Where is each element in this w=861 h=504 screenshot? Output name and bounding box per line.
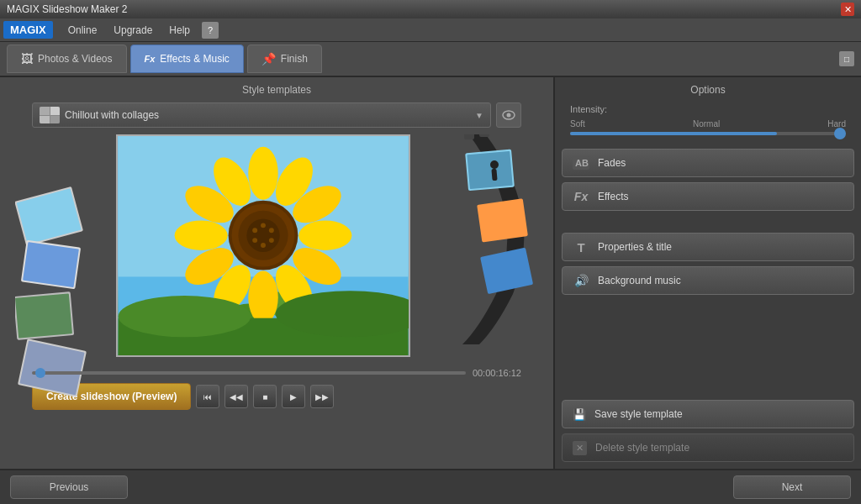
intensity-soft-label: Soft: [570, 119, 585, 129]
restore-button[interactable]: □: [839, 51, 854, 66]
dropdown-arrow-icon: ▼: [475, 111, 483, 120]
save-delete-row: 💾 Save style template ✕ Delete style tem…: [562, 400, 854, 462]
save-icon: 💾: [573, 408, 586, 421]
preview-area: [32, 134, 521, 361]
svg-rect-6: [15, 291, 74, 340]
effects-button[interactable]: Fx Effects: [562, 182, 854, 211]
intensity-hard-label: Hard: [827, 119, 846, 129]
playback-area: 00:00:16:12 Create slideshow (Preview) ⏮…: [32, 368, 521, 410]
svg-rect-44: [480, 248, 533, 294]
svg-point-46: [490, 160, 499, 170]
style-dropdown-label: Chillout with collages: [65, 109, 159, 121]
intensity-thumb[interactable]: [834, 128, 846, 139]
preview-image: [116, 134, 410, 357]
svg-rect-5: [23, 242, 79, 287]
eye-preview-button[interactable]: [496, 102, 521, 128]
effects-icon: Fx: [573, 190, 589, 203]
background-music-button[interactable]: 🔊 Background music: [562, 266, 854, 295]
transport-rewind[interactable]: ◀◀: [224, 385, 248, 408]
style-templates-title: Style templates: [7, 84, 547, 96]
title-bar-text: MAGIX Slideshow Maker 2: [7, 3, 127, 15]
tab-bar: 🖼 Photos & Videos Fx Effects & Music 📌 F…: [0, 42, 861, 77]
right-panel: Options Intensity: Soft Normal Hard AB F…: [555, 77, 861, 469]
menu-bar: MAGIX Online Upgrade Help ?: [0, 18, 861, 42]
svg-point-36: [252, 228, 257, 233]
svg-point-31: [261, 223, 266, 228]
style-icon: [40, 107, 60, 123]
tab-finish[interactable]: 📌 Finish: [247, 45, 322, 73]
intensity-slider[interactable]: [570, 132, 846, 135]
svg-point-35: [252, 238, 257, 243]
svg-rect-47: [491, 169, 497, 181]
fades-button[interactable]: AB Fades: [562, 149, 854, 177]
svg-point-33: [269, 238, 274, 243]
properties-title-button[interactable]: T Properties & title: [562, 233, 854, 261]
intensity-label: Intensity:: [570, 104, 846, 114]
background-music-label: Background music: [598, 275, 681, 286]
effects-label: Effects: [598, 191, 628, 202]
svg-rect-4: [21, 240, 81, 290]
transport-play[interactable]: ▶: [282, 385, 305, 408]
progress-thumb[interactable]: [35, 368, 45, 378]
svg-point-15: [248, 147, 277, 200]
effects-tab-icon: Fx: [145, 54, 156, 64]
properties-icon: T: [573, 240, 589, 255]
next-button[interactable]: Next: [733, 475, 851, 499]
transport-fast-forward[interactable]: ▶▶: [310, 385, 334, 408]
time-display: 00:00:16:12: [473, 368, 521, 378]
svg-point-24: [175, 220, 228, 249]
options-title: Options: [562, 84, 854, 96]
delete-label: Delete style template: [595, 442, 689, 454]
svg-rect-40: [464, 134, 474, 139]
fades-icon: AB: [573, 156, 589, 170]
eye-icon: [502, 110, 515, 120]
svg-rect-42: [465, 150, 515, 192]
intensity-fill: [570, 132, 777, 135]
save-style-button[interactable]: 💾 Save style template: [562, 400, 854, 428]
bottom-bar: Previous Next: [0, 469, 861, 504]
tab-finish-label: Finish: [281, 53, 308, 65]
controls-row: Create slideshow (Preview) ⏮ ◀◀ ■ ▶ ▶▶: [32, 383, 521, 410]
menu-help[interactable]: Help: [161, 21, 198, 39]
style-dropdown[interactable]: Chillout with collages ▼: [32, 102, 491, 128]
svg-point-18: [298, 220, 351, 249]
svg-rect-43: [477, 198, 528, 242]
help-icon[interactable]: ?: [202, 22, 219, 39]
previous-button[interactable]: Previous: [10, 475, 128, 499]
properties-label: Properties & title: [598, 241, 672, 253]
main-content: Style templates Chillout with collages ▼: [0, 77, 861, 469]
style-selector-row: Chillout with collages ▼: [7, 102, 547, 128]
menu-online[interactable]: Online: [60, 21, 106, 39]
left-panel: Style templates Chillout with collages ▼: [0, 77, 555, 469]
progress-bar-row: 00:00:16:12: [32, 368, 521, 378]
svg-rect-3: [17, 188, 82, 244]
intensity-labels-row: Soft Normal Hard: [570, 119, 846, 129]
svg-rect-45: [467, 151, 512, 189]
menu-upgrade[interactable]: Upgrade: [105, 21, 161, 39]
close-button[interactable]: ✕: [841, 3, 854, 16]
magix-logo: MAGIX: [3, 21, 53, 39]
delete-style-button[interactable]: ✕ Delete style template: [562, 433, 854, 462]
svg-point-34: [261, 243, 266, 248]
transport-stop[interactable]: ■: [253, 385, 277, 408]
intensity-section: Intensity: Soft Normal Hard: [562, 104, 854, 135]
svg-rect-41: [479, 134, 489, 137]
tab-photos-label: Photos & Videos: [38, 53, 113, 65]
photos-tab-icon: 🖼: [21, 52, 33, 66]
intensity-normal-label: Normal: [693, 119, 720, 129]
tab-effects-label: Effects & Music: [160, 53, 229, 65]
tab-effects-music[interactable]: Fx Effects & Music: [130, 45, 244, 73]
progress-track[interactable]: [32, 371, 466, 375]
music-icon: 🔊: [573, 274, 589, 287]
title-bar: MAGIX Slideshow Maker 2 ✕: [0, 0, 861, 18]
svg-point-1: [507, 113, 511, 118]
fades-label: Fades: [598, 157, 626, 169]
create-preview-button[interactable]: Create slideshow (Preview): [32, 383, 191, 410]
svg-point-32: [269, 228, 274, 233]
tab-photos[interactable]: 🖼 Photos & Videos: [7, 45, 127, 73]
save-label: Save style template: [594, 408, 683, 420]
svg-point-21: [248, 271, 277, 324]
transport-skip-start[interactable]: ⏮: [196, 385, 219, 408]
delete-icon: ✕: [573, 441, 587, 455]
svg-point-38: [119, 296, 251, 337]
